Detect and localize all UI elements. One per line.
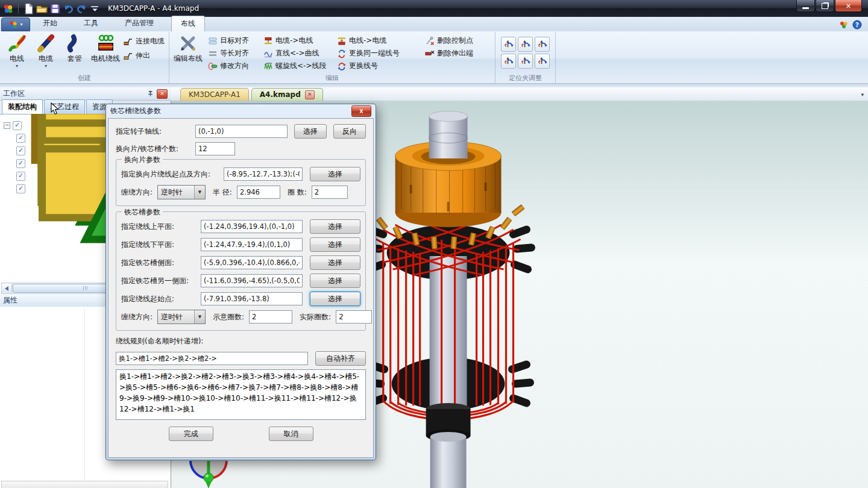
tree-checkbox[interactable]: ✓ — [16, 172, 25, 181]
cancel-button[interactable]: 取消 — [269, 427, 313, 441]
tree-expand-icon[interactable]: − — [4, 122, 10, 129]
slot-side-select-button[interactable]: 选择 — [310, 255, 360, 270]
new-document-icon[interactable] — [23, 3, 34, 14]
save-icon[interactable] — [49, 3, 61, 14]
swap-wire-number-button-label: 更换线号 — [349, 61, 378, 71]
winding-rule-input[interactable] — [116, 352, 308, 365]
commutator-start-input[interactable] — [224, 167, 303, 181]
restore-button[interactable] — [816, 0, 834, 12]
ribbon-tab-start[interactable]: 开始 — [34, 16, 66, 31]
swap-same-end-number-button[interactable]: 更换同一端线号 — [337, 48, 425, 58]
delete-extend-end-button-label: 删除伸出端 — [437, 48, 473, 58]
start-point-input[interactable] — [201, 292, 303, 305]
dialog-close-button[interactable]: x — [351, 105, 371, 117]
ribbon-tabs: 开始工具产品管理布线 — [34, 16, 205, 31]
schematic-turns-input[interactable] — [249, 310, 292, 324]
helix-segment-toggle-button[interactable]: 螺旋线<->线段 — [263, 61, 337, 71]
slot-other-side-input[interactable] — [201, 274, 303, 287]
wire-to-cable-button[interactable]: 电线->电缆 — [337, 36, 425, 46]
qat-separator — [18, 4, 19, 13]
delete-control-point-button[interactable]: 删除控制点 — [425, 36, 491, 46]
tree-checkbox[interactable]: ✓ — [16, 184, 25, 193]
cable-to-wire-button[interactable]: 电缆->电线 — [263, 36, 337, 46]
upper-plane-select-button[interactable]: 选择 — [310, 219, 360, 234]
axis-select-button[interactable]: 选择 — [294, 124, 327, 139]
tree-checkbox[interactable]: ✓ — [16, 159, 25, 168]
equal-length-align-button-label: 等长对齐 — [220, 48, 249, 58]
lower-plane-select-button[interactable]: 选择 — [310, 237, 360, 252]
autofill-button[interactable]: 自动补齐 — [315, 351, 366, 366]
redo-icon[interactable] — [76, 3, 87, 14]
clamp-adjust-button-3[interactable] — [535, 37, 550, 52]
tree-checkbox[interactable]: ✓ — [16, 134, 25, 143]
scroll-left-arrow[interactable] — [2, 284, 12, 293]
qat-dropdown-icon[interactable] — [89, 3, 101, 14]
start-point-select-button[interactable]: 选择 — [310, 292, 360, 306]
undo-icon[interactable] — [63, 3, 74, 14]
delete-extend-end-button[interactable]: 删除伸出端 — [425, 48, 491, 58]
radius-input[interactable] — [237, 186, 280, 199]
window-title: KM3DCAPP-A - A4.kmapd — [108, 4, 199, 13]
ribbon-tab-tools[interactable]: 工具 — [75, 16, 107, 31]
commutator-direction-select[interactable]: 逆时针 ▼ — [157, 185, 206, 199]
clamp-adjust-button-4[interactable] — [501, 54, 516, 69]
slot-side-input[interactable] — [201, 256, 303, 269]
lower-plane-input[interactable] — [201, 238, 303, 251]
dialog-title: 铁芯槽绕线参数 — [110, 106, 161, 116]
clamp-adjust-button-2[interactable] — [518, 37, 533, 52]
ribbon-tab-product[interactable]: 产品管理 — [116, 16, 163, 31]
ribbon-tab-routing[interactable]: 布线 — [171, 16, 205, 31]
ribbon-group-create: 电线▾电缆▾套管电机绕线 连接电缆伸出 创建 — [0, 32, 169, 83]
axis-input[interactable] — [195, 125, 288, 138]
clamp-adjust-button-5[interactable] — [518, 54, 533, 69]
help-icon[interactable]: ? — [852, 20, 862, 30]
sleeve-button[interactable]: 套管 — [60, 33, 89, 74]
segment-count-input[interactable] — [195, 142, 235, 155]
minimize-button[interactable] — [796, 0, 815, 12]
clamp-adjust-button-6[interactable] — [535, 54, 550, 69]
turns-input[interactable] — [312, 186, 348, 199]
open-folder-icon[interactable] — [36, 3, 48, 14]
doc-tab-close-icon[interactable]: × — [305, 90, 315, 99]
delete-control-point-button-label: 删除控制点 — [437, 36, 473, 46]
doc-tab-a4-kmapd[interactable]: A4.kmapd× — [251, 88, 323, 101]
tab-assembly-structure[interactable]: 装配结构 — [2, 99, 43, 114]
upper-plane-input[interactable] — [201, 220, 303, 233]
done-button[interactable]: 完成 — [169, 427, 213, 441]
axis-reverse-button[interactable]: 反向 — [333, 124, 366, 139]
wire-button[interactable]: 电线▾ — [2, 33, 31, 74]
axis-label: 指定转子轴线: — [116, 127, 195, 137]
motor-winding-icon — [96, 34, 115, 53]
cable-button[interactable]: 电缆▾ — [31, 33, 60, 74]
clamp-adjust-button-1[interactable] — [501, 37, 516, 52]
extend-button[interactable]: 伸出 — [124, 51, 165, 61]
style-icon[interactable] — [839, 20, 849, 30]
swap-wire-number-button[interactable]: 更换线号 — [337, 61, 425, 71]
app-logo-icon — [2, 3, 14, 14]
workspace-close-button[interactable]: × — [157, 89, 168, 99]
connect-cable-button[interactable]: 连接电缆 — [124, 36, 165, 46]
doc-tab-km3dcapp-a1[interactable]: KM3DCAPP-A1 — [180, 88, 249, 101]
target-align-button-label: 目标对齐 — [220, 36, 249, 46]
close-button[interactable]: × — [835, 0, 862, 12]
segment-count-label: 换向片/铁芯槽个数: — [116, 144, 195, 154]
target-align-button[interactable]: 目标对齐 — [208, 36, 263, 46]
app-menu-button[interactable]: ▾ — [1, 17, 30, 31]
tree-checkbox[interactable]: ✓ — [16, 146, 25, 155]
motor-winding-button[interactable]: 电机绕线 — [89, 33, 122, 74]
winding-sequence-textarea[interactable]: 换1->槽1->槽2->换2->槽2->槽3->换3->槽3->槽4->换4->… — [116, 369, 366, 420]
pin-icon[interactable] — [146, 90, 155, 98]
tree-checkbox[interactable]: ✓ — [13, 121, 22, 130]
equal-length-align-button[interactable]: 等长对齐 — [208, 48, 263, 58]
edit-routing-button[interactable]: 编辑布线 — [172, 33, 204, 74]
slot-other-side-select-button[interactable]: 选择 — [310, 274, 360, 288]
modify-direction-button[interactable]: 修改方向 — [208, 61, 263, 71]
quick-access-toolbar — [0, 3, 101, 14]
actual-turns-input[interactable] — [336, 310, 372, 324]
core-direction-select[interactable]: 逆时针 ▼ — [157, 310, 206, 324]
dialog-titlebar[interactable]: 铁芯槽绕线参数 x — [106, 104, 376, 118]
tab-process[interactable]: 工艺过程 — [44, 99, 85, 114]
doc-tab-overflow-icon[interactable]: ▾ — [861, 92, 864, 98]
line-curve-toggle-button[interactable]: 直线<->曲线 — [263, 48, 337, 58]
commutator-start-select-button[interactable]: 选择 — [310, 167, 360, 181]
